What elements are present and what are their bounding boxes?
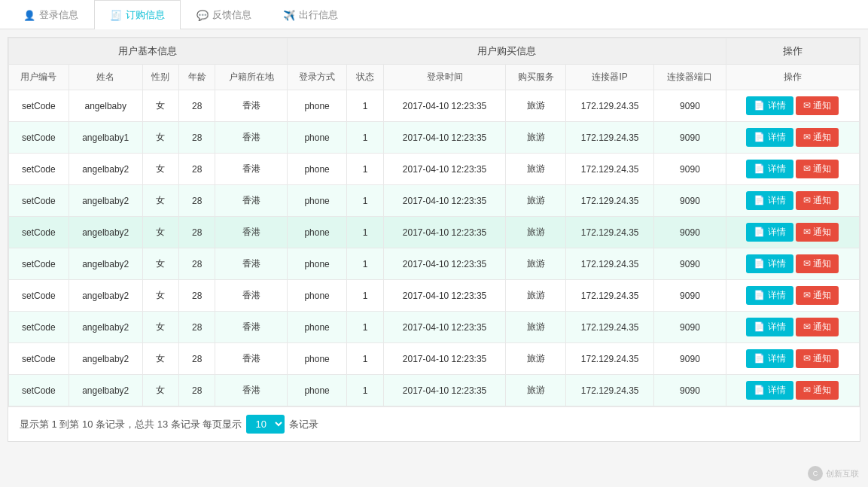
col-service: 购买服务 <box>506 65 566 90</box>
col-region: 户籍所在地 <box>215 65 287 90</box>
table-row: setCodeangelbaby2女28香港phone12017-04-10 1… <box>9 154 860 185</box>
detail-button[interactable]: 📄 详情 <box>746 381 793 400</box>
detail-button[interactable]: 📄 详情 <box>746 223 793 242</box>
detail-button[interactable]: 📄 详情 <box>746 349 793 368</box>
col-ip: 连接器IP <box>566 65 654 90</box>
notify-button[interactable]: ✉ 通知 <box>796 349 839 368</box>
table-row: setCodeangelbaby2女28香港phone12017-04-10 1… <box>9 375 860 406</box>
column-header-row: 用户编号 姓名 性别 年龄 户籍所在地 登录方式 状态 登录时间 购买服务 连接… <box>9 65 860 90</box>
tab-login[interactable]: 👤 登录信息 <box>8 0 94 29</box>
feedback-icon: 💬 <box>196 10 209 21</box>
table-row: setCodeangelbaby1女28香港phone12017-04-10 1… <box>9 122 860 154</box>
tab-order[interactable]: 🧾 订购信息 <box>94 0 181 29</box>
notify-button[interactable]: ✉ 通知 <box>796 223 839 242</box>
col-user-id: 用户编号 <box>9 65 69 90</box>
pagination-bar: 显示第 1 到第 10 条记录，总共 13 条记录 每页显示 10 20 50 … <box>8 406 860 441</box>
pagination-suffix: 条记录 <box>289 418 318 431</box>
page-size-select[interactable]: 10 20 50 <box>246 415 285 434</box>
detail-button[interactable]: 📄 详情 <box>746 96 793 115</box>
col-status: 状态 <box>347 65 383 90</box>
group-purchase-info: 用户购买信息 <box>287 38 726 65</box>
col-time: 登录时间 <box>383 65 506 90</box>
notify-button[interactable]: ✉ 通知 <box>796 254 839 273</box>
table-row: setCodeangelbaby女28香港phone12017-04-10 12… <box>9 90 860 122</box>
table-row: setCodeangelbaby2女28香港phone12017-04-10 1… <box>9 248 860 280</box>
notify-button[interactable]: ✉ 通知 <box>796 160 839 178</box>
table-row: setCodeangelbaby2女28香港phone12017-04-10 1… <box>9 217 860 248</box>
notify-button[interactable]: ✉ 通知 <box>796 381 839 400</box>
table-wrapper: 用户基本信息 用户购买信息 操作 用户编号 姓名 性别 年龄 户籍所在地 登录方… <box>8 37 860 442</box>
tab-feedback[interactable]: 💬 反馈信息 <box>181 0 267 29</box>
table-row: setCodeangelbaby2女28香港phone12017-04-10 1… <box>9 185 860 217</box>
detail-button[interactable]: 📄 详情 <box>746 286 793 305</box>
group-header-row: 用户基本信息 用户购买信息 操作 <box>9 38 860 65</box>
notify-button[interactable]: ✉ 通知 <box>796 286 839 305</box>
login-icon: 👤 <box>23 10 35 21</box>
data-table: 用户基本信息 用户购买信息 操作 用户编号 姓名 性别 年龄 户籍所在地 登录方… <box>8 38 860 406</box>
col-age: 年龄 <box>179 65 215 90</box>
order-icon: 🧾 <box>110 10 122 21</box>
table-row: setCodeangelbaby2女28香港phone12017-04-10 1… <box>9 312 860 343</box>
col-gender: 性别 <box>142 65 178 90</box>
table-row: setCodeangelbaby2女28香港phone12017-04-10 1… <box>9 280 860 312</box>
pagination-summary: 显示第 1 到第 10 条记录，总共 13 条记录 每页显示 <box>20 418 242 431</box>
col-name: 姓名 <box>69 65 142 90</box>
notify-button[interactable]: ✉ 通知 <box>796 128 839 147</box>
group-action: 操作 <box>726 38 859 65</box>
detail-button[interactable]: 📄 详情 <box>746 191 793 210</box>
table-row: setCodeangelbaby2女28香港phone12017-04-10 1… <box>9 343 860 375</box>
detail-button[interactable]: 📄 详情 <box>746 254 793 273</box>
notify-button[interactable]: ✉ 通知 <box>796 318 839 336</box>
tabs-container: 👤 登录信息 🧾 订购信息 💬 反馈信息 ✈️ 出行信息 <box>0 0 868 29</box>
col-action: 操作 <box>726 65 859 90</box>
travel-icon: ✈️ <box>283 10 295 21</box>
notify-button[interactable]: ✉ 通知 <box>796 96 839 115</box>
detail-button[interactable]: 📄 详情 <box>746 318 793 336</box>
group-basic-info: 用户基本信息 <box>9 38 288 65</box>
notify-button[interactable]: ✉ 通知 <box>796 191 839 210</box>
detail-button[interactable]: 📄 详情 <box>746 128 793 147</box>
main-content: 用户基本信息 用户购买信息 操作 用户编号 姓名 性别 年龄 户籍所在地 登录方… <box>0 29 868 449</box>
tab-travel[interactable]: ✈️ 出行信息 <box>267 0 354 29</box>
col-login: 登录方式 <box>287 65 347 90</box>
col-port: 连接器端口 <box>654 65 726 90</box>
detail-button[interactable]: 📄 详情 <box>746 160 793 178</box>
